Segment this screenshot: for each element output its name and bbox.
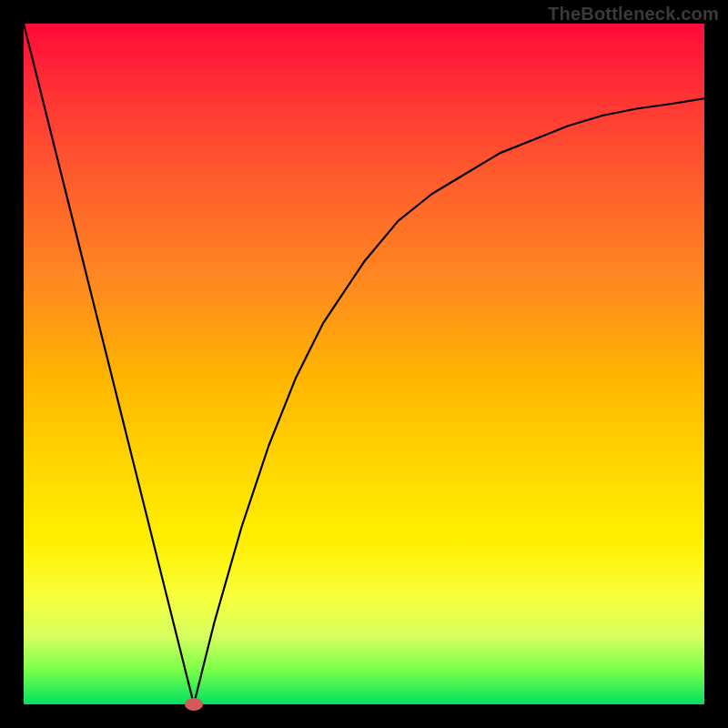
watermark-text: TheBottleneck.com — [548, 4, 719, 25]
plot-svg — [24, 24, 704, 704]
bottleneck-curve — [24, 24, 704, 704]
chart-canvas: TheBottleneck.com — [0, 0, 728, 728]
min-marker-icon — [185, 698, 203, 711]
